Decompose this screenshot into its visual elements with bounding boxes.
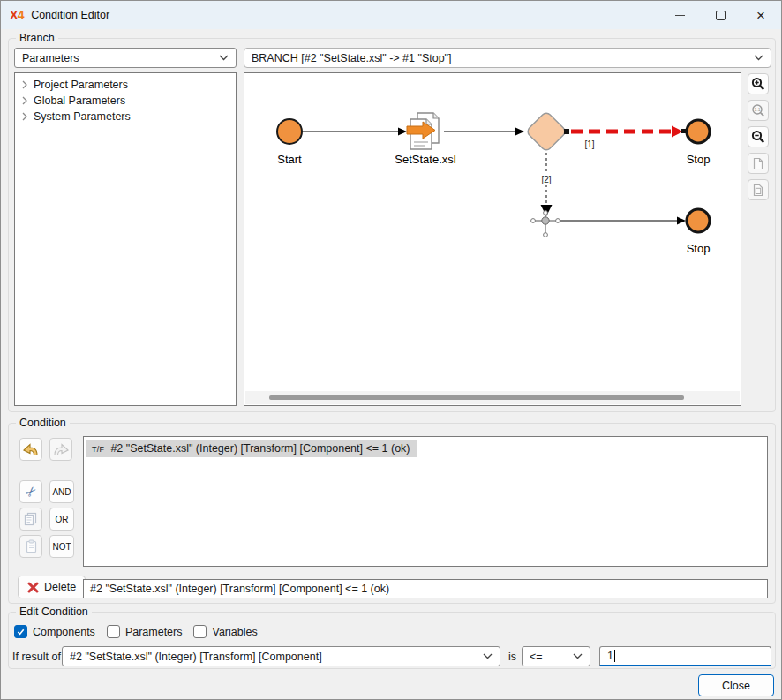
- parameter-tree: Project Parameters Global Parameters Sys…: [14, 72, 237, 406]
- not-button[interactable]: NOT: [49, 535, 74, 558]
- undo-icon: [22, 441, 40, 457]
- page-width-icon: [752, 184, 764, 197]
- check-icon: [16, 627, 26, 636]
- comparison-value-input[interactable]: 1: [599, 646, 771, 666]
- parameters-checkbox[interactable]: [107, 625, 120, 638]
- minimize-icon: [675, 15, 685, 16]
- fit-to-page-button[interactable]: [748, 153, 769, 174]
- branch-select[interactable]: BRANCH [#2 "SetState.xsl" -> #1 "Stop"]: [244, 48, 771, 68]
- tree-item-system-parameters[interactable]: System Parameters: [15, 109, 236, 124]
- branch-select-value: BRANCH [#2 "SetState.xsl" -> #1 "Stop"]: [252, 52, 748, 64]
- process-flow-diagram: Start SetState.xsl: [244, 73, 739, 389]
- operator-value: <=: [530, 651, 568, 663]
- delete-button-label: Delete: [44, 581, 76, 593]
- condition-summary-field: #2 "SetState.xsl" (Integer) [Transform] …: [83, 579, 768, 598]
- copy-button[interactable]: [19, 508, 42, 531]
- or-button[interactable]: OR: [49, 508, 74, 531]
- start-node-label: Start: [277, 153, 302, 166]
- tree-item-label: Global Parameters: [34, 94, 125, 107]
- condition-group-label: Condition: [16, 417, 70, 429]
- close-button[interactable]: Close: [698, 674, 774, 696]
- chevron-right-icon: [22, 112, 27, 121]
- paste-icon: [25, 539, 38, 553]
- redo-button[interactable]: [49, 438, 72, 461]
- cut-button[interactable]: ✂: [19, 480, 42, 503]
- scrollbar-thumb[interactable]: [269, 395, 684, 400]
- tree-item-label: Project Parameters: [34, 79, 128, 91]
- if-result-of-label: If result of: [12, 646, 61, 666]
- result-of-value: #2 "SetState.xsl" (Integer) [Transform] …: [70, 651, 477, 663]
- stop-node-2-label: Stop: [687, 242, 711, 255]
- svg-text:1:1: 1:1: [754, 107, 760, 112]
- and-button[interactable]: AND: [49, 480, 74, 503]
- text-caret: [614, 650, 615, 662]
- edit-condition-group: Edit Condition Components Parameters Var…: [8, 612, 776, 669]
- branch-2-edge-label: [2]: [541, 175, 551, 184]
- branch-1-edge-label: [1]: [584, 139, 594, 149]
- condition-group: Condition ✂ AND OR: [8, 423, 776, 604]
- close-window-button[interactable]: ×: [741, 1, 781, 29]
- components-checkbox-item[interactable]: Components: [14, 625, 95, 638]
- zoom-in-icon: [751, 77, 765, 91]
- delete-button[interactable]: Delete: [18, 576, 86, 598]
- process-diagram-canvas[interactable]: Start SetState.xsl: [244, 72, 741, 406]
- copy-icon: [24, 512, 38, 526]
- fit-page-width-button[interactable]: [748, 179, 769, 200]
- condition-editor-window: X4 Condition Editor × Branch Parameters …: [0, 0, 782, 700]
- condition-row-text: #2 "SetState.xsl" (Integer) [Transform] …: [110, 442, 410, 455]
- tree-item-project-parameters[interactable]: Project Parameters: [15, 77, 236, 93]
- chevron-down-icon: [573, 653, 583, 659]
- delete-x-icon: [27, 582, 39, 593]
- comparison-value-text: 1: [607, 650, 613, 662]
- stop-node-1-label: Stop: [687, 153, 711, 166]
- parameter-category-value: Parameters: [22, 52, 214, 64]
- parameters-checkbox-item[interactable]: Parameters: [107, 625, 183, 638]
- chevron-down-icon: [483, 653, 493, 659]
- variables-checkbox-label: Variables: [212, 626, 257, 638]
- stop-node-1[interactable]: [687, 120, 710, 143]
- minimize-button[interactable]: [659, 1, 700, 29]
- edit-condition-group-label: Edit Condition: [16, 606, 92, 618]
- redo-icon: [52, 441, 70, 457]
- close-icon: ×: [756, 8, 765, 23]
- components-checkbox-label: Components: [33, 626, 95, 638]
- zoom-out-button[interactable]: [748, 126, 769, 147]
- operator-select[interactable]: <=: [522, 646, 590, 666]
- junction-node[interactable]: [531, 211, 560, 237]
- stop-node-2[interactable]: [687, 209, 710, 232]
- variables-checkbox[interactable]: [193, 625, 207, 638]
- diagram-horizontal-scrollbar[interactable]: [245, 391, 740, 404]
- paste-button[interactable]: [19, 535, 42, 558]
- start-node[interactable]: [277, 119, 302, 144]
- page-icon: [752, 157, 764, 170]
- diagram-zoom-toolbar: 1:1: [748, 73, 769, 200]
- parameter-category-select[interactable]: Parameters: [14, 48, 237, 68]
- zoom-actual-size-button[interactable]: 1:1: [748, 100, 769, 121]
- not-button-label: NOT: [52, 542, 71, 552]
- gateway-node[interactable]: [526, 111, 568, 153]
- result-of-select[interactable]: #2 "SetState.xsl" (Integer) [Transform] …: [62, 646, 500, 666]
- tree-item-global-parameters[interactable]: Global Parameters: [15, 93, 236, 109]
- maximize-button[interactable]: [700, 1, 741, 29]
- zoom-out-icon: [751, 130, 765, 144]
- branch-group: Branch Parameters BRANCH [#2 "SetState.x…: [8, 38, 776, 412]
- transform-node-label: SetState.xsl: [395, 153, 455, 166]
- or-button-label: OR: [56, 515, 69, 524]
- and-button-label: AND: [52, 487, 71, 497]
- variables-checkbox-item[interactable]: Variables: [193, 625, 257, 638]
- is-label: is: [508, 646, 516, 666]
- condition-list-row[interactable]: T/F #2 "SetState.xsl" (Integer) [Transfo…: [86, 440, 417, 457]
- zoom-in-button[interactable]: [748, 73, 769, 94]
- chevron-down-icon: [754, 55, 763, 61]
- scissors-icon: ✂: [21, 482, 41, 501]
- chevron-down-icon: [219, 55, 229, 61]
- chevron-right-icon: [22, 80, 27, 89]
- chevron-right-icon: [22, 96, 27, 105]
- transform-node-icon[interactable]: [407, 113, 439, 149]
- components-checkbox[interactable]: [14, 625, 27, 638]
- zoom-one-to-one-icon: 1:1: [751, 103, 765, 117]
- condition-list[interactable]: T/F #2 "SetState.xsl" (Integer) [Transfo…: [83, 436, 768, 567]
- undo-button[interactable]: [19, 438, 42, 461]
- window-title: Condition Editor: [31, 9, 109, 21]
- titlebar: X4 Condition Editor ×: [1, 1, 781, 29]
